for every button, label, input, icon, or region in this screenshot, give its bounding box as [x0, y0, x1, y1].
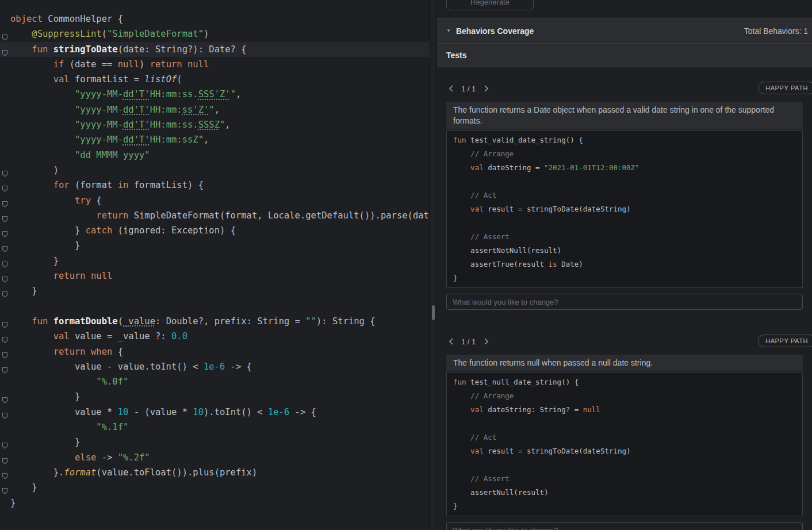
code-token: [10, 271, 53, 281]
code-token: dd'T': [123, 105, 150, 115]
code-line: assertNotNull(result): [453, 244, 796, 258]
change-request-input[interactable]: [446, 294, 803, 310]
code-line: for (format in formatList) {: [0, 178, 430, 193]
gutter-marker-icon[interactable]: [2, 454, 8, 461]
code-token: SimpleDateFormat(format, Locale.getDefau…: [128, 210, 430, 221]
splitter-handle-icon[interactable]: [432, 305, 435, 320]
code-line: val result = stringToDate(dateString): [453, 202, 796, 216]
code-token: 10: [118, 407, 129, 417]
code-token: {: [112, 347, 123, 357]
code-line: }: [0, 238, 430, 253]
code-token: [10, 74, 53, 85]
code-line: }: [453, 271, 796, 285]
code-line: ): [0, 163, 430, 178]
gutter-marker-icon[interactable]: [2, 258, 8, 264]
code-token: is: [549, 260, 557, 268]
code-token: [86, 271, 91, 281]
code-token: }.: [10, 467, 64, 478]
code-token: fun: [453, 136, 466, 144]
gutter-marker-icon[interactable]: [2, 393, 8, 400]
code-token: -> {: [289, 407, 316, 417]
gutter-marker-icon[interactable]: [2, 333, 8, 340]
behaviors-coverage-header[interactable]: ▼ Behaviors Coverage Total Behaviors: 1: [437, 19, 812, 44]
code-line: return null: [0, 268, 430, 283]
prev-test-button[interactable]: [446, 336, 455, 347]
gutter-marker-icon[interactable]: [2, 272, 8, 279]
code-token: }: [10, 437, 80, 447]
code-line: fun stringToDate(date: String?): Date? {: [0, 42, 430, 57]
code-token: result = stringToDate(dateString): [484, 447, 631, 455]
behaviors-panel: Regenerate ▼ Behaviors Coverage Total Be…: [437, 0, 812, 530]
code-token: [10, 150, 75, 160]
code-token: formatList =: [70, 74, 145, 85]
code-token: // Arrange: [470, 149, 514, 158]
test-card: 1 / 1 HAPPY PATH The function returns nu…: [446, 333, 803, 530]
panel-splitter[interactable]: [430, 0, 437, 530]
code-token: [182, 59, 187, 70]
code-line: assertTrue(result is Date): [453, 258, 796, 271]
code-token: formatList) {: [128, 180, 204, 190]
gutter-marker-icon[interactable]: [2, 363, 8, 370]
code-token: [453, 191, 470, 199]
code-line: @SuppressLint("SimpleDateFormat"): [0, 26, 430, 41]
code-token: [10, 180, 53, 190]
code-editor[interactable]: object CommonHelper { @SuppressLint("Sim…: [0, 0, 430, 530]
code-token: HH:mm:ss.: [150, 120, 198, 130]
gutter-marker-icon[interactable]: [2, 348, 8, 355]
gutter-marker-icon[interactable]: [2, 212, 8, 219]
code-token: [453, 391, 470, 400]
prev-test-button[interactable]: [446, 83, 455, 94]
gutter-marker-icon[interactable]: [2, 409, 8, 416]
collapse-triangle-icon[interactable]: ▼: [446, 29, 451, 33]
code-token: [10, 195, 75, 206]
gutter-marker-icon[interactable]: [2, 197, 8, 204]
next-test-button[interactable]: [481, 83, 491, 94]
next-test-button[interactable]: [481, 336, 491, 347]
gutter-marker-icon[interactable]: [2, 242, 8, 249]
code-token: }: [10, 482, 37, 493]
code-token: fun: [453, 378, 466, 386]
code-line: assertNull(result): [453, 486, 796, 500]
gutter-marker-icon[interactable]: [2, 439, 8, 445]
code-token: null: [187, 59, 209, 70]
code-token: [453, 149, 470, 158]
coverage-title: Behaviors Coverage: [456, 26, 534, 36]
code-token: [10, 331, 53, 341]
code-token: val: [53, 74, 70, 85]
code-token: (: [118, 316, 123, 327]
code-token: return: [53, 271, 86, 281]
code-token: assertNotNull(result): [453, 246, 561, 255]
code-line: "yyyy-MM-dd'T'HH:mm:ssZ",: [0, 132, 430, 147]
gutter-marker-icon[interactable]: [2, 484, 8, 491]
regenerate-button[interactable]: Regenerate: [446, 0, 534, 10]
code-token: [453, 405, 470, 414]
code-line: "dd MMMM yyyy": [0, 148, 430, 163]
gutter-marker-icon[interactable]: [2, 469, 8, 476]
gutter-marker-icon[interactable]: [2, 30, 8, 37]
gutter-marker-icon[interactable]: [2, 227, 8, 234]
total-behaviors-value: 1: [803, 26, 808, 36]
code-line: [453, 216, 796, 230]
code-token: (: [102, 29, 107, 39]
gutter-marker-icon[interactable]: [2, 287, 8, 294]
code-token: (date ==: [64, 59, 117, 70]
code-line: "yyyy-MM-dd'T'HH:mm:ss.SSSZ",: [0, 117, 430, 132]
code-token: ,: [236, 89, 241, 99]
code-token: value - value.toInt() <: [10, 362, 204, 372]
code-token: in: [118, 180, 129, 190]
change-request-input[interactable]: [446, 522, 803, 530]
code-line: val value = _value ?: 0.0: [0, 329, 430, 344]
code-line: // Arrange: [453, 147, 796, 161]
code-line: object CommonHelper {: [0, 11, 430, 26]
gutter-marker-icon[interactable]: [2, 46, 8, 53]
gutter-marker-icon[interactable]: [2, 167, 8, 174]
code-token: "%.1f": [96, 422, 128, 432]
editor-code-area: object CommonHelper { @SuppressLint("Sim…: [0, 0, 430, 510]
code-line: }.format(value.toFloat()).plus(prefix): [0, 465, 430, 480]
code-token: [10, 422, 96, 432]
gutter-marker-icon[interactable]: [2, 182, 8, 189]
code-line: }: [0, 254, 430, 268]
gutter-marker-icon[interactable]: [2, 318, 8, 325]
code-line: }: [0, 480, 430, 495]
code-token: HH:mm:ss.: [150, 89, 198, 99]
